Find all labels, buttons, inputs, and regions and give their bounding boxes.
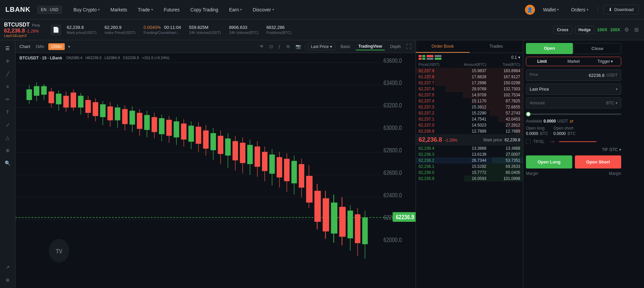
ticker-symbol: BTCUSDT Perp 62,236.8 -1.29% Layer1&Laye… [4, 22, 40, 38]
settings-icon[interactable]: ⚙ [623, 25, 630, 34]
svg-rect-79 [247, 145, 253, 164]
svg-rect-19 [26, 89, 32, 100]
pencil-icon[interactable]: ✏ [2, 94, 13, 105]
svg-rect-167 [427, 58, 433, 60]
ob-buy-row[interactable]: 62,236.2 26.7344 53.7351 [416, 157, 523, 163]
right-panels: Order Book Trades [416, 40, 644, 288]
ob-sell-row[interactable]: 62,237.3 15.3912 72.6655 [416, 104, 523, 110]
ob-sell-row[interactable]: 62,237.4 15.1170 87.7825 [416, 98, 523, 104]
amount-slider[interactable] [526, 113, 621, 115]
ob-sell-icon[interactable] [427, 55, 433, 60]
stat-index-price: 62,260.9 Index Price(USDT) [105, 25, 136, 35]
tab-close[interactable]: Close [574, 43, 621, 54]
crosshair-icon[interactable]: ✛ [2, 56, 13, 66]
chart-area: Chart 1Min 15Min ▾ 👁 ⊡ ƒ ⚙ 📷 Last Price … [15, 40, 416, 288]
shapes-icon[interactable]: △ [2, 132, 13, 143]
compare-icon[interactable]: ⊡ [268, 43, 274, 50]
transfer-icon[interactable]: ⇄ [570, 118, 574, 124]
nav-discover[interactable]: Discover ▾ [248, 4, 278, 15]
svg-rect-25 [49, 92, 54, 103]
leverage-2-button[interactable]: 100X [610, 27, 620, 32]
zoom-in-icon[interactable]: 🔍 [2, 158, 13, 169]
order-tab-trigger[interactable]: Trigger ▾ [589, 57, 621, 66]
chevron-down-icon[interactable]: ▾ [619, 147, 621, 152]
ob-sell-row[interactable]: 62,237.1 14.7541 42.0453 [416, 116, 523, 122]
orders-button[interactable]: Orders ▾ [567, 5, 592, 14]
tpsl-row: TP/SL → [526, 139, 621, 145]
ob-buy-row[interactable]: 62,235.9 16.0593 101.0998 [416, 176, 523, 182]
wallet-button[interactable]: Wallet ▾ [539, 5, 563, 14]
settings-icon[interactable]: ⚙ [285, 43, 291, 50]
ob-sell-row[interactable]: 62,237.9 15.9837 183.8964 [416, 68, 523, 74]
amount-field[interactable]: Amount BTC ▾ [526, 97, 621, 108]
svg-rect-35 [85, 100, 91, 113]
ob-buy-row[interactable]: 62,236.1 15.5282 69.2633 [416, 163, 523, 170]
svg-rect-43 [115, 107, 120, 120]
nav-futures[interactable]: Futures [159, 4, 184, 15]
ob-mid-change: -1.29% [444, 138, 457, 143]
ob-precision-selector[interactable]: 0.1 ▾ [511, 55, 520, 60]
tf-1min[interactable]: 1Min [33, 43, 47, 50]
tf-more-dropdown[interactable]: ▾ [66, 43, 72, 50]
download-button[interactable]: ⬇ Download [603, 5, 639, 14]
view-tradingview-btn[interactable]: TradingView [356, 43, 385, 50]
patterns-icon[interactable]: ⊕ [2, 145, 13, 156]
chart-ohlc-info: BTCUSDT · 15 · LBank O62085.4 H62238.3 L… [19, 56, 169, 60]
ob-buy-icon[interactable] [435, 55, 441, 60]
order-tab-limit[interactable]: Limit [526, 57, 558, 66]
leverage-1-button[interactable]: 100X [597, 27, 607, 32]
menu-icon[interactable]: ☰ [2, 43, 13, 54]
user-avatar-btn[interactable]: 👤 [525, 5, 535, 15]
tab-trades[interactable]: Trades [470, 40, 523, 53]
view-basic-btn[interactable]: Basic [338, 43, 353, 50]
trend-line-icon[interactable]: ╱ [2, 68, 13, 79]
nav-markets[interactable]: Markets [106, 4, 132, 15]
text-icon[interactable]: T [2, 107, 13, 117]
amount-unit-selector[interactable]: BTC ▾ [606, 101, 618, 105]
formula-icon[interactable]: ƒ [277, 43, 282, 50]
nav-buy-crypto[interactable]: Buy Crypto ▾ [69, 4, 104, 15]
ob-both-icon[interactable] [419, 55, 425, 60]
nav-trade[interactable]: Trade ▾ [133, 4, 158, 15]
svg-rect-49 [137, 113, 142, 129]
nav-earn[interactable]: Earn ▾ [224, 4, 247, 15]
hedge-button[interactable]: Hedge [575, 26, 595, 34]
order-tab-market[interactable]: Market [558, 57, 589, 66]
ob-sell-row[interactable]: 62,237.0 14.5023 27.2912 [416, 122, 523, 128]
cross-button[interactable]: Cross [553, 26, 572, 34]
indicators-icon[interactable]: ↗ [2, 262, 13, 273]
open-long-button[interactable]: Open Long [526, 155, 572, 169]
ob-sell-row[interactable]: 62,237.5 14.9709 102.7534 [416, 92, 523, 98]
layout-icon[interactable]: ⊞ [633, 25, 640, 34]
nav-copy-trading[interactable]: Copy Trading [186, 4, 223, 15]
ob-sell-row[interactable]: 62,237.7 17.2996 150.0299 [416, 80, 523, 86]
ob-sell-row[interactable]: 62,237.8 17.8828 167.9127 [416, 74, 523, 80]
ob-buy-row[interactable]: 62,236.0 15.7772 85.0405 [416, 170, 523, 176]
last-price-dropdown[interactable]: Last Price ▾ [308, 43, 335, 50]
language-selector[interactable]: EN · USD [37, 6, 62, 14]
tpsl-checkbox[interactable] [526, 139, 531, 144]
svg-rect-165 [422, 58, 425, 60]
ob-sell-row[interactable]: 62,237.6 29.9769 132.7303 [416, 86, 523, 92]
tf-15min[interactable]: 15Min [48, 43, 65, 50]
ob-sell-row[interactable]: 62,237.2 15.2290 57.2743 [416, 110, 523, 116]
zoom-out-icon[interactable]: ⊕ [2, 275, 13, 285]
tab-open[interactable]: Open [526, 43, 573, 54]
horizontal-line-icon[interactable]: ≡ [2, 81, 13, 92]
camera-icon[interactable]: 📷 [294, 43, 302, 50]
chevron-down-icon: ▾ [616, 87, 618, 91]
measure-icon[interactable]: ⤢ [2, 119, 13, 130]
view-depth-btn[interactable]: Depth [387, 43, 404, 50]
price-field[interactable]: Price 62236.8 USDT [526, 69, 621, 81]
docs-icon[interactable]: 📄 [51, 25, 61, 35]
ticker-controls: Cross Hedge 100X 100X ⚙ ⊞ [553, 25, 640, 34]
last-price-dropdown-field[interactable]: Last Price ▾ [526, 84, 621, 95]
ob-sell-row[interactable]: 62,236.9 12.7889 12.7889 [416, 128, 523, 134]
eye-icon[interactable]: 👁 [258, 43, 265, 50]
ob-buy-row[interactable]: 62,236.4 13.3868 13.3868 [416, 145, 523, 151]
ob-buy-row[interactable]: 62,236.3 13.6139 27.0007 [416, 151, 523, 157]
open-short-button[interactable]: Open Short [575, 155, 621, 169]
expand-icon[interactable]: ⛶ [406, 44, 412, 50]
tab-orderbook[interactable]: Order Book [416, 40, 470, 53]
svg-rect-77 [240, 143, 245, 163]
